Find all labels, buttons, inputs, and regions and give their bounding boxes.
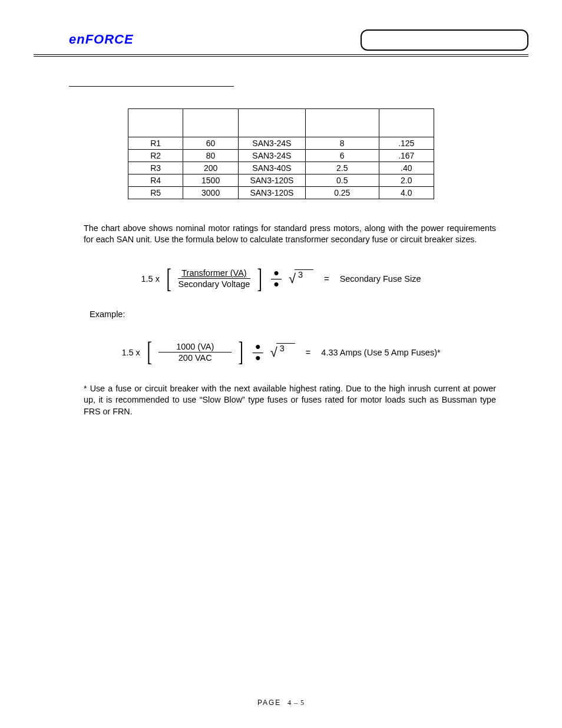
example-label: Example:	[90, 309, 528, 319]
fraction-denominator: 200 VAC	[178, 353, 212, 363]
table-cell: 2.5	[305, 162, 379, 174]
equals-sign: =	[318, 274, 335, 284]
table-header-cell	[238, 109, 305, 137]
header-callout-box	[361, 29, 528, 51]
fraction: 1000 (VA) 200 VAC	[158, 342, 232, 363]
table-header-row	[128, 109, 434, 137]
page: enFORCE R1 60 SAN3-24S 8 .125 R2	[0, 0, 562, 728]
formula-result: 4.33 Amps (Use 5 Amp Fuses)*	[321, 348, 440, 357]
table-cell: 4.0	[379, 187, 434, 199]
sqrt-argument: 3	[276, 343, 295, 351]
table-cell: SAN3-24S	[238, 137, 305, 150]
right-bracket-icon: ]	[239, 341, 243, 363]
footer-label: PAGE	[257, 699, 281, 707]
table-cell: SAN3-40S	[238, 162, 305, 174]
table-cell: R4	[128, 174, 183, 187]
table-cell: R1	[128, 137, 183, 150]
header-rule	[34, 54, 528, 57]
ratings-table: R1 60 SAN3-24S 8 .125 R2 80 SAN3-24S 6 .…	[128, 108, 434, 199]
division-icon: •—•	[250, 344, 266, 361]
fraction-numerator: 1000 (VA)	[158, 342, 232, 353]
table-header-cell	[128, 109, 183, 137]
sqrt-icon: √3	[289, 272, 313, 285]
table-header-cell	[183, 109, 238, 137]
table-row: R1 60 SAN3-24S 8 .125	[128, 137, 434, 150]
fraction-denominator: Secondary Voltage	[178, 279, 250, 289]
table-cell: 3000	[183, 187, 238, 199]
table-cell: 60	[183, 137, 238, 150]
right-bracket-icon: ]	[257, 268, 262, 290]
table-row: R4 1500 SAN3-120S 0.5 2.0	[128, 174, 434, 187]
table-cell: R3	[128, 162, 183, 174]
equals-sign: =	[300, 348, 316, 357]
division-icon: •—•	[269, 271, 284, 287]
formula-result: Secondary Fuse Size	[340, 274, 421, 284]
table-cell: SAN3-120S	[238, 174, 305, 187]
table-cell: R5	[128, 187, 183, 199]
table-header-cell	[305, 109, 379, 137]
table-cell: .125	[379, 137, 434, 150]
footer-page-number: 4 – 5	[287, 699, 305, 707]
left-bracket-icon: [	[166, 268, 171, 290]
table-cell: 80	[183, 150, 238, 162]
formula-prefix: 1.5 x	[121, 348, 140, 357]
brand-logo: enFORCE	[34, 32, 134, 51]
fraction-numerator: Transformer (VA)	[178, 268, 250, 279]
table-cell: 8	[305, 137, 379, 150]
table-row: R2 80 SAN3-24S 6 .167	[128, 150, 434, 162]
formula-generic: 1.5 x [ Transformer (VA) Secondary Volta…	[34, 268, 528, 290]
table-cell: SAN3-24S	[238, 150, 305, 162]
section-title-underline	[69, 86, 234, 87]
table-cell: R2	[128, 150, 183, 162]
intro-paragraph: The chart above shows nominal motor rati…	[84, 223, 496, 246]
fraction: Transformer (VA) Secondary Voltage	[178, 268, 250, 289]
table-row: R5 3000 SAN3-120S 0.25 4.0	[128, 187, 434, 199]
footnote-paragraph: * Use a fuse or circuit breaker with the…	[84, 383, 496, 417]
formula-example: 1.5 x [ 1000 (VA) 200 VAC ] •—• √3 = 4.3…	[34, 341, 528, 363]
sqrt-icon: √3	[270, 346, 295, 359]
table-cell: 0.25	[305, 187, 379, 199]
table-header-cell	[379, 109, 434, 137]
page-footer: PAGE 4 – 5	[0, 699, 562, 707]
table-body: R1 60 SAN3-24S 8 .125 R2 80 SAN3-24S 6 .…	[128, 137, 434, 199]
page-header: enFORCE	[34, 29, 528, 51]
table-cell: SAN3-120S	[238, 187, 305, 199]
table-cell: 6	[305, 150, 379, 162]
table-cell: 2.0	[379, 174, 434, 187]
formula-prefix: 1.5 x	[141, 274, 160, 284]
sqrt-argument: 3	[295, 269, 313, 278]
table-cell: 200	[183, 162, 238, 174]
table-cell: .167	[379, 150, 434, 162]
table-cell: 1500	[183, 174, 238, 187]
left-bracket-icon: [	[147, 341, 151, 363]
table-cell: 0.5	[305, 174, 379, 187]
table-cell: .40	[379, 162, 434, 174]
table-row: R3 200 SAN3-40S 2.5 .40	[128, 162, 434, 174]
